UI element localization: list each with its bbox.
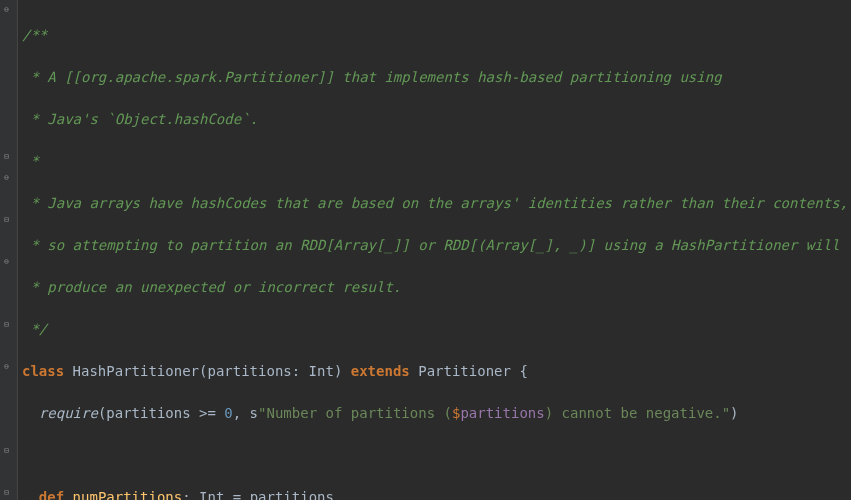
fold-mark-icon[interactable]: ⊖ bbox=[4, 6, 9, 14]
fold-mark-icon[interactable]: ⊟ bbox=[4, 447, 9, 455]
keyword-class: class bbox=[22, 363, 64, 379]
keyword-extends: extends bbox=[351, 363, 410, 379]
parent-class: Partitioner bbox=[418, 363, 511, 379]
editor-gutter: ⊖ ⊟ ⊖ ⊟ ⊖ ⊟ ⊖ ⊟ ⊟ bbox=[0, 0, 18, 500]
code-editor[interactable]: /** * A [[org.apache.spark.Partitioner]]… bbox=[18, 0, 848, 500]
doc-comment: * A [[org.apache.spark.Partitioner]] tha… bbox=[22, 69, 722, 85]
param: partitions bbox=[207, 363, 291, 379]
doc-comment: * Java's `Object.hashCode`. bbox=[22, 111, 258, 127]
doc-comment: */ bbox=[22, 321, 47, 337]
doc-comment: * bbox=[22, 153, 39, 169]
class-name: HashPartitioner( bbox=[64, 363, 207, 379]
fold-mark-icon[interactable]: ⊖ bbox=[4, 258, 9, 266]
fold-mark-icon[interactable]: ⊖ bbox=[4, 174, 9, 182]
fold-mark-icon[interactable]: ⊖ bbox=[4, 363, 9, 371]
doc-comment: /** bbox=[22, 27, 47, 43]
fold-mark-icon[interactable]: ⊟ bbox=[4, 489, 9, 497]
keyword-def: def bbox=[39, 489, 64, 500]
type: Int bbox=[309, 363, 334, 379]
fn-require: require bbox=[39, 405, 98, 421]
string-literal: "Number of partitions ( bbox=[258, 405, 452, 421]
doc-comment: * Java arrays have hashCodes that are ba… bbox=[22, 195, 848, 211]
fold-mark-icon[interactable]: ⊟ bbox=[4, 216, 9, 224]
doc-comment: * produce an unexpected or incorrect res… bbox=[22, 279, 401, 295]
doc-comment: * so attempting to partition an RDD[Arra… bbox=[22, 237, 840, 253]
string-interp: partitions bbox=[460, 405, 544, 421]
def-numPartitions: numPartitions bbox=[73, 489, 183, 500]
fold-mark-icon[interactable]: ⊟ bbox=[4, 321, 9, 329]
fold-mark-icon[interactable]: ⊟ bbox=[4, 153, 9, 161]
